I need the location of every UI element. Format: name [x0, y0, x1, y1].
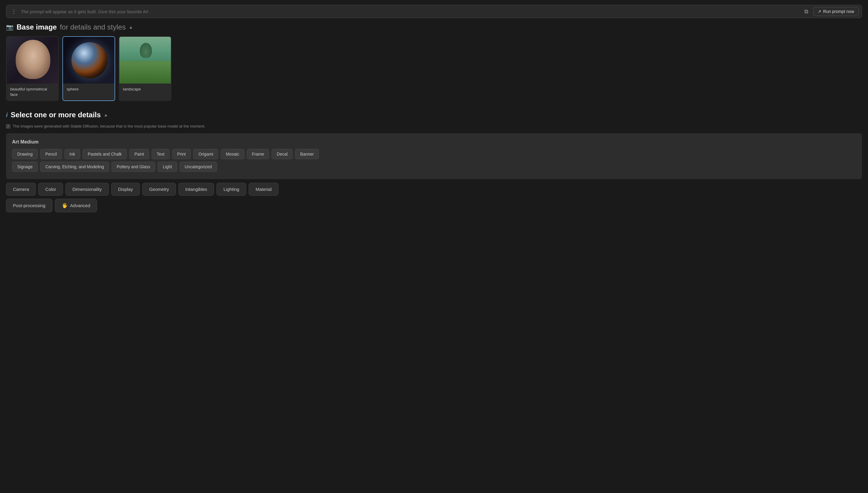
post-processing-button[interactable]: Post-processing — [6, 199, 52, 212]
image-card-landscape[interactable]: landscape — [119, 36, 172, 101]
camera-icon: 📷 — [6, 23, 14, 31]
run-icon: ↗ — [818, 9, 821, 14]
tag-paint[interactable]: Paint — [129, 149, 149, 159]
tag-light[interactable]: Light — [158, 162, 177, 172]
details-section: i Select one or more details ▲ ✗ The ima… — [6, 111, 862, 212]
tag-ink[interactable]: Ink — [65, 149, 81, 159]
sky-gradient — [119, 37, 172, 61]
art-medium-row2: Signage Carving, Etching, and Modeling P… — [12, 162, 856, 172]
tag-decal[interactable]: Decal — [271, 149, 293, 159]
tag-carving[interactable]: Carving, Etching, and Modeling — [40, 162, 109, 172]
details-title: Select one or more details — [11, 111, 101, 119]
category-intangibles[interactable]: Intangibles — [178, 183, 214, 196]
tag-origami[interactable]: Origami — [193, 149, 218, 159]
advanced-label: Advanced — [70, 203, 90, 208]
tag-pastels-chalk[interactable]: Pastels and Chalk — [83, 149, 127, 159]
advanced-hand-icon: 🖐 — [62, 202, 68, 208]
landscape-image — [119, 37, 172, 84]
run-prompt-button[interactable]: ↗ Run prompt now — [813, 7, 859, 16]
prompt-input[interactable] — [21, 9, 800, 14]
copy-button[interactable]: ⧉ — [802, 7, 811, 16]
menu-icon: ⋮ — [11, 8, 17, 15]
info-note-text: The images were generated with Stable Di… — [13, 124, 205, 128]
tag-pencil[interactable]: Pencil — [40, 149, 62, 159]
run-prompt-label: Run prompt now — [823, 9, 854, 14]
tag-signage[interactable]: Signage — [12, 162, 38, 172]
base-image-title-light: for details and styles — [60, 23, 126, 31]
info-icon: i — [6, 111, 8, 119]
tag-drawing[interactable]: Drawing — [12, 149, 38, 159]
category-camera[interactable]: Camera — [6, 183, 36, 196]
category-color[interactable]: Color — [38, 183, 63, 196]
info-note: ✗ The images were generated with Stable … — [6, 124, 862, 128]
tag-banner[interactable]: Banner — [295, 149, 319, 159]
category-row: Camera Color Dimensionality Display Geom… — [6, 183, 862, 196]
category-lighting[interactable]: Lighting — [216, 183, 246, 196]
art-medium-box: Art Medium Drawing Pencil Ink Pastels an… — [6, 133, 862, 179]
tag-mosaic[interactable]: Mosaic — [221, 149, 244, 159]
base-image-header: 📷 Base image for details and styles ▲ — [6, 23, 862, 31]
copy-icon: ⧉ — [804, 8, 808, 15]
sphere-ball — [71, 42, 108, 79]
sphere-label: sphere — [63, 84, 114, 95]
prompt-bar: ⋮ ⧉ ↗ Run prompt now — [6, 5, 862, 18]
menu-button[interactable]: ⋮ — [9, 7, 18, 16]
tag-uncategorized[interactable]: Uncategorized — [180, 162, 217, 172]
category-display[interactable]: Display — [111, 183, 140, 196]
art-medium-row1: Drawing Pencil Ink Pastels and Chalk Pai… — [12, 149, 856, 159]
sphere-image — [63, 37, 115, 84]
details-collapse-icon[interactable]: ▲ — [104, 112, 108, 117]
base-image-collapse-icon[interactable]: ▲ — [129, 25, 133, 29]
details-header: i Select one or more details ▲ — [6, 111, 862, 119]
tag-text[interactable]: Text — [152, 149, 170, 159]
base-image-grid: beautiful symmetrical face sphere landsc… — [6, 36, 862, 101]
info-checkbox: ✗ — [6, 124, 10, 128]
image-card-face[interactable]: beautiful symmetrical face — [6, 36, 59, 101]
face-image — [7, 37, 59, 84]
advanced-button[interactable]: 🖐 Advanced — [55, 199, 97, 212]
art-medium-title: Art Medium — [12, 139, 856, 145]
landscape-label: landscape — [119, 84, 171, 95]
tag-frame[interactable]: Frame — [247, 149, 269, 159]
tag-pottery[interactable]: Pottery and Glass — [112, 162, 155, 172]
advanced-row: Post-processing 🖐 Advanced — [6, 199, 862, 212]
base-image-title-bold: Base image — [17, 23, 57, 31]
main-content: 📷 Base image for details and styles ▲ be… — [0, 23, 868, 224]
category-geometry[interactable]: Geometry — [142, 183, 176, 196]
category-dimensionality[interactable]: Dimensionality — [65, 183, 109, 196]
face-label: beautiful symmetrical face — [7, 84, 58, 101]
tag-print[interactable]: Print — [172, 149, 191, 159]
category-material[interactable]: Material — [249, 183, 279, 196]
image-card-sphere[interactable]: sphere — [62, 36, 115, 101]
